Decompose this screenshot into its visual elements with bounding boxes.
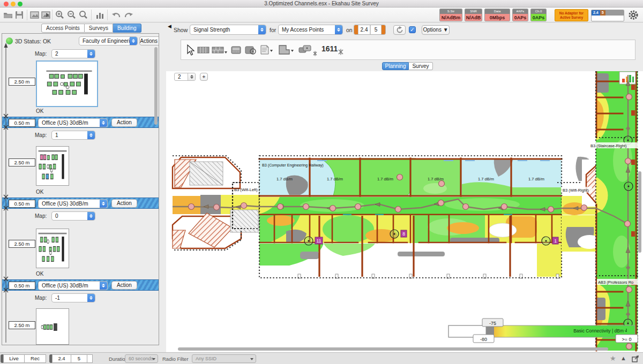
map-2-selector[interactable]: 2 [51, 49, 95, 58]
divider-height-input[interactable]: 0.50 m [9, 200, 35, 208]
vertical-scrollbar[interactable] [638, 171, 641, 253]
ap-channel-label: 1 [554, 238, 557, 244]
door-attenuation-tool-icon[interactable] [244, 45, 257, 56]
band-5-button[interactable]: 5 [370, 25, 382, 34]
zoom-out-icon[interactable] [66, 10, 77, 20]
map-1-selector[interactable]: 1 [51, 131, 95, 140]
note-tool-icon[interactable] [259, 44, 274, 56]
floor-thumbnail-map2[interactable] [36, 60, 98, 107]
stepper-control[interactable] [87, 131, 95, 140]
visualization-select[interactable]: Signal Strength [190, 25, 266, 35]
divider-height-input[interactable]: 0.50 m [9, 282, 35, 290]
ap-filter-select[interactable]: My Access Points [278, 25, 343, 35]
divider-action-button[interactable]: Action [111, 281, 137, 290]
ap-marker[interactable] [624, 182, 633, 191]
import-image-icon[interactable] [29, 10, 40, 20]
floor-height-input[interactable]: 2.50 m [9, 321, 35, 329]
chip-label: Data [485, 9, 510, 14]
floor-height-input[interactable]: 2.50 m [9, 240, 35, 248]
export-image-icon[interactable] [41, 10, 51, 20]
auto-refresh-checkbox[interactable]: ✓ [409, 26, 416, 33]
door-tool-icon[interactable] [230, 45, 242, 56]
stepper-control[interactable] [87, 49, 95, 58]
svg-text:1.7 dB/m: 1.7 dB/m [528, 177, 544, 181]
divider-action-button[interactable]: Action [111, 118, 137, 127]
map-value: 2 [55, 51, 58, 57]
redo-icon[interactable] [123, 10, 134, 20]
wall-type-select[interactable]: Office (US) 30dB/m [38, 118, 108, 127]
map-label: Map: [35, 51, 47, 57]
stepper-control[interactable] [258, 25, 266, 35]
band-5-chip[interactable]: 5 [600, 10, 605, 16]
select-cursor-icon[interactable] [185, 44, 195, 56]
stepper-control[interactable] [100, 199, 107, 208]
wall-type-select[interactable]: Office (US) 30dB/m [38, 199, 108, 208]
collapse-sidebar-arrow-icon[interactable]: ◀ [168, 24, 171, 29]
zoom-fit-icon[interactable] [78, 10, 89, 20]
tab-surveys[interactable]: Surveys [85, 24, 113, 33]
height-value: 0.50 [14, 201, 24, 207]
stepper-control[interactable] [335, 25, 342, 35]
tab-survey[interactable]: Survey [409, 62, 433, 70]
map-minus1-selector[interactable]: -1 [51, 293, 95, 302]
divider-height-input[interactable]: 0.50 m [9, 119, 35, 127]
actions-button[interactable]: Actions ▼ [139, 36, 159, 46]
floor-thumbnail-map-1[interactable] [36, 308, 69, 345]
floor-thumbnail-map0[interactable] [36, 229, 69, 268]
add-access-points-icon[interactable] [298, 43, 318, 57]
options-button[interactable]: Options ▼ [422, 25, 450, 35]
radio-filter-select[interactable]: Any SSID [192, 354, 256, 363]
bottom-band-5-button[interactable]: 5 [71, 354, 87, 363]
band-2-4-button[interactable]: 2.4 [358, 25, 370, 34]
zone-tool-icon[interactable] [278, 44, 295, 56]
horizontal-scrollbar[interactable] [178, 347, 608, 351]
on-label: on [346, 27, 353, 33]
height-unit: m [26, 79, 30, 85]
tab-planning[interactable]: Planning [382, 62, 409, 70]
detach-window-icon[interactable] [632, 355, 639, 362]
stepper-control[interactable] [188, 73, 195, 81]
floor-height-input[interactable]: 2.50 m [9, 78, 35, 86]
add-floor-button[interactable]: + [200, 73, 208, 81]
map-0-selector[interactable]: 0 [51, 211, 95, 221]
stepper-control[interactable] [100, 118, 107, 127]
stepper-control[interactable] [87, 293, 95, 302]
channel-plan-icon[interactable]: 1611 [322, 44, 338, 53]
bottom-band-2-4-button[interactable]: 2.4 [52, 354, 71, 363]
floor-zoom-stepper[interactable]: 2 [174, 73, 196, 81]
settings-gear-icon[interactable] [627, 9, 639, 21]
wall-tool-icon[interactable] [197, 46, 210, 55]
floor-plan-mini [36, 309, 69, 344]
floor-plan-map[interactable]: 11 8 1 B3 (Computer Engineering Hallway)… [166, 71, 643, 352]
open-file-icon[interactable] [3, 10, 13, 20]
floor-thumbnail-map1[interactable] [36, 146, 69, 186]
sidebar-scrollbar[interactable] [154, 47, 158, 125]
wall-type-tool-icon[interactable] [212, 46, 228, 55]
floor-height-input[interactable]: 2.50 m [9, 158, 35, 166]
tab-building[interactable]: Building [113, 24, 141, 33]
zone-label-wifi-left: B3 (Wifi-Left) [234, 187, 258, 192]
favorite-star-icon[interactable]: ★ [610, 354, 616, 362]
floor-status: OK [36, 271, 43, 277]
building-select-value: Faculty of Engineering [83, 38, 136, 44]
live-button[interactable]: Live [3, 354, 25, 363]
zoom-in-icon[interactable] [55, 10, 65, 20]
band-toggle: 2.4 5 [354, 25, 386, 35]
stepper-control[interactable] [130, 36, 137, 46]
duration-select[interactable]: 60 seconds [125, 354, 158, 363]
rec-button[interactable]: Rec [25, 354, 46, 363]
divider-action-button[interactable]: Action [111, 199, 137, 208]
undo-icon[interactable] [111, 10, 122, 20]
stepper-control[interactable] [100, 281, 107, 290]
save-icon[interactable] [14, 10, 25, 20]
reports-chart-icon[interactable] [94, 10, 105, 20]
band-2-4-chip[interactable]: 2.4 [592, 10, 600, 16]
band-indicator[interactable]: 2.4 5 [591, 10, 624, 21]
stepper-control[interactable] [87, 211, 95, 221]
refresh-button[interactable] [393, 25, 406, 35]
tab-access-points[interactable]: Access Points [41, 24, 85, 33]
collapse-panel-icon[interactable]: ▲ [620, 355, 626, 361]
wall-type-select[interactable]: Office (US) 30dB/m [38, 281, 108, 290]
window-title: 3.Optimized Channels.esx - Ekahau Site S… [0, 1, 643, 6]
building-select[interactable]: Faculty of Engineering [79, 36, 138, 46]
